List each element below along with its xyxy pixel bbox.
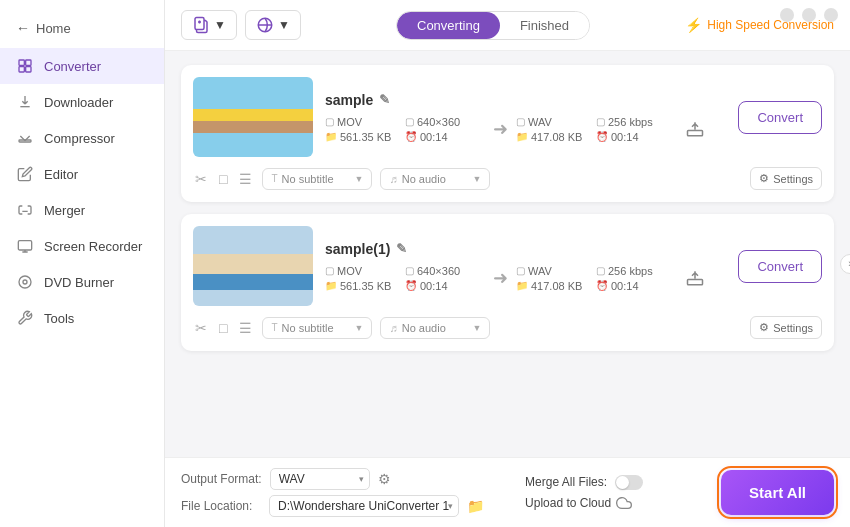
bolt-icon: ⚡ <box>685 17 702 33</box>
file-info-1: sample(1) ✎ ▢ MOV 📁 561.35 KB <box>325 241 726 292</box>
subtitle-icon-1: T <box>271 322 277 333</box>
file-location-row: File Location: D:\Wondershare UniConvert… <box>181 495 509 517</box>
add-url-btn[interactable]: ▼ <box>245 10 301 40</box>
file-location-select[interactable]: D:\Wondershare UniConverter 1 <box>269 495 459 517</box>
toggle-knob <box>616 476 629 489</box>
settings-btn-1[interactable]: ⚙ Settings <box>750 316 822 339</box>
editor-icon <box>16 165 34 183</box>
content-area: sample ✎ ▢ MOV 📁 561.35 KB <box>165 51 850 457</box>
minimize-btn[interactable]: — <box>780 8 794 22</box>
target-folder-icon-0: 📁 <box>516 131 528 142</box>
convert-btn-1[interactable]: Convert <box>738 250 822 283</box>
audio-icon-0: ♬ <box>389 173 397 185</box>
svg-rect-5 <box>18 241 31 250</box>
file-info-0: sample ✎ ▢ MOV 📁 561.35 KB <box>325 92 726 143</box>
upload-cloud-btn[interactable]: Upload to Cloud <box>525 495 705 511</box>
file-card-bottom-1: ✂ □ ☰ T No subtitle ▼ ♬ No audio ▼ ⚙ Set… <box>193 316 822 339</box>
subtitle-icon-0: T <box>271 173 277 184</box>
sidebar-item-converter[interactable]: Converter <box>0 48 164 84</box>
target-meta2-1: ▢ 256 kbps ⏰ 00:14 <box>596 265 676 292</box>
scissors-icon-0[interactable]: ✂ <box>193 169 209 189</box>
folder-icon-0: 📁 <box>325 131 337 142</box>
sidebar-item-dvd-burner[interactable]: DVD Burner <box>0 264 164 300</box>
convert-arrow-1: ➜ <box>493 267 508 289</box>
sidebar-item-label: Converter <box>44 59 101 74</box>
source-meta2-0: ▢ 640×360 ⏰ 00:14 <box>405 116 485 143</box>
screen-recorder-icon <box>16 237 34 255</box>
add-file-btn[interactable]: ▼ <box>181 10 237 40</box>
bottom-left: Output Format: WAV MP3 MP4 MOV ⚙ File Lo… <box>181 468 509 517</box>
settings-icon-format[interactable]: ⚙ <box>378 471 391 487</box>
sidebar-item-downloader[interactable]: Downloader <box>0 84 164 120</box>
edit-name-icon-0[interactable]: ✎ <box>379 92 390 107</box>
file-card-0: sample ✎ ▢ MOV 📁 561.35 KB <box>181 65 834 202</box>
convert-arrow-0: ➜ <box>493 118 508 140</box>
sidebar-item-label: Merger <box>44 203 85 218</box>
sidebar-item-editor[interactable]: Editor <box>0 156 164 192</box>
upload-btn-1[interactable] <box>686 269 704 287</box>
maximize-btn[interactable]: □ <box>802 8 816 22</box>
gear-icon-0: ⚙ <box>759 172 769 185</box>
window-controls: — □ ✕ <box>780 8 838 22</box>
effects-icon-0[interactable]: ☰ <box>237 169 254 189</box>
format-icon-0: ▢ <box>325 116 334 127</box>
audio-chevron-0: ▼ <box>473 174 482 184</box>
sidebar-item-label: Compressor <box>44 131 115 146</box>
target-clock-icon-0: ⏰ <box>596 131 608 142</box>
merge-files-label: Merge All Files: <box>525 475 607 489</box>
svg-rect-0 <box>19 60 24 65</box>
file-name-1: sample(1) ✎ <box>325 241 726 257</box>
merger-icon <box>16 201 34 219</box>
bottom-middle: Merge All Files: Upload to Cloud <box>525 475 705 511</box>
audio-select-0[interactable]: ♬ No audio ▼ <box>380 168 490 190</box>
add-file-chevron: ▼ <box>214 18 226 32</box>
sidebar-item-compressor[interactable]: Compressor <box>0 120 164 156</box>
subtitle-chevron-0: ▼ <box>355 174 364 184</box>
action-icons-0: ✂ □ ☰ <box>193 169 254 189</box>
svg-point-7 <box>23 280 27 284</box>
tab-finished[interactable]: Finished <box>500 12 589 39</box>
merge-toggle[interactable] <box>615 475 643 490</box>
tools-icon <box>16 309 34 327</box>
crop-icon-0[interactable]: □ <box>217 169 229 189</box>
sidebar-item-merger[interactable]: Merger <box>0 192 164 228</box>
subtitle-select-0[interactable]: T No subtitle ▼ <box>262 168 372 190</box>
effects-icon-1[interactable]: ☰ <box>237 318 254 338</box>
crop-icon-1[interactable]: □ <box>217 318 229 338</box>
topbar: ▼ ▼ Converting Finished ⚡ High Speed Con… <box>165 0 850 51</box>
gear-icon-1: ⚙ <box>759 321 769 334</box>
convert-btn-0[interactable]: Convert <box>738 101 822 134</box>
audio-chevron-1: ▼ <box>473 323 482 333</box>
scissors-icon-1[interactable]: ✂ <box>193 318 209 338</box>
audio-select-1[interactable]: ♬ No audio ▼ <box>380 317 490 339</box>
add-file-icon <box>192 16 210 34</box>
svg-rect-2 <box>19 67 24 72</box>
add-url-chevron: ▼ <box>278 18 290 32</box>
edit-name-icon-1[interactable]: ✎ <box>396 241 407 256</box>
start-all-btn[interactable]: Start All <box>721 470 834 515</box>
file-card-1: sample(1) ✎ ▢ MOV 📁 561.35 KB <box>181 214 834 351</box>
downloader-icon <box>16 93 34 111</box>
sidebar-item-screen-recorder[interactable]: Screen Recorder <box>0 228 164 264</box>
upload-cloud-label: Upload to Cloud <box>525 496 611 510</box>
subtitle-chevron-1: ▼ <box>355 323 364 333</box>
file-meta-0: ▢ MOV 📁 561.35 KB ▢ 640×360 <box>325 116 726 143</box>
file-name-0: sample ✎ <box>325 92 726 108</box>
file-meta-1: ▢ MOV 📁 561.35 KB ▢ 640×360 <box>325 265 726 292</box>
bottom-bar: Output Format: WAV MP3 MP4 MOV ⚙ File Lo… <box>165 457 850 527</box>
sidebar-item-label: Screen Recorder <box>44 239 142 254</box>
tab-converting[interactable]: Converting <box>397 12 500 39</box>
settings-btn-0[interactable]: ⚙ Settings <box>750 167 822 190</box>
sidebar-item-label: Downloader <box>44 95 113 110</box>
bitrate-icon-0: ▢ <box>596 116 605 127</box>
dvd-burner-icon <box>16 273 34 291</box>
bottom-right: Start All <box>721 470 834 515</box>
browse-folder-icon[interactable]: 📁 <box>467 498 484 514</box>
upload-btn-0[interactable] <box>686 120 704 138</box>
subtitle-select-1[interactable]: T No subtitle ▼ <box>262 317 372 339</box>
output-format-select[interactable]: WAV MP3 MP4 MOV <box>270 468 370 490</box>
add-url-icon <box>256 16 274 34</box>
close-btn[interactable]: ✕ <box>824 8 838 22</box>
sidebar-item-tools[interactable]: Tools <box>0 300 164 336</box>
sidebar-back-btn[interactable]: ← Home <box>0 12 164 44</box>
